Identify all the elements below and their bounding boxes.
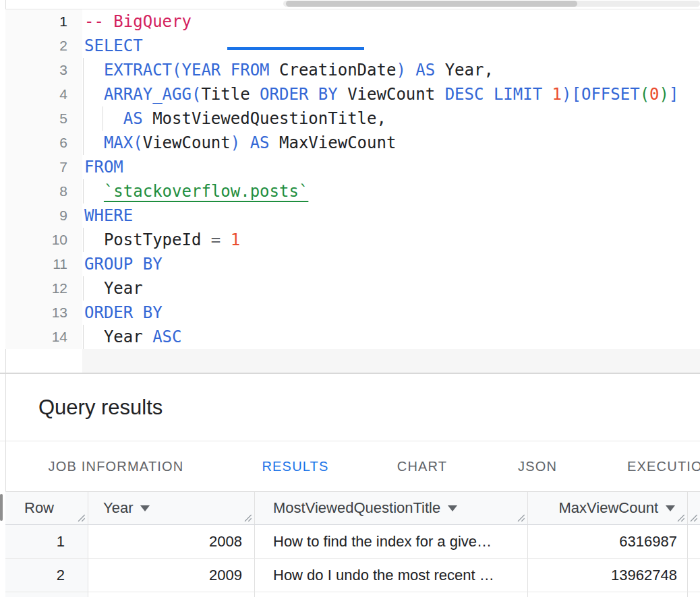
sql-token (84, 61, 104, 80)
code-line[interactable]: MAX(ViewCount) AS MaxViewCount (84, 131, 396, 155)
cell-max_view_count: 6316987 (528, 525, 688, 558)
sql-token-identifier: CreationDate (270, 61, 397, 80)
editor-horizontal-scrollbar-thumb[interactable] (286, 1, 577, 7)
results-tab-bar: JOB INFORMATIONRESULTSCHARTJSONEXECUTION… (0, 441, 700, 491)
indent-guide (83, 106, 84, 131)
cell-partial (528, 592, 688, 597)
sql-token-comment: -- BigQuery (84, 12, 192, 31)
sql-token-keyword: ) AS (231, 133, 270, 152)
results-table-header: RowYearMostViewedQuestionTitleMaxViewCou… (5, 492, 700, 525)
column-header-row[interactable]: Row (5, 492, 88, 524)
sql-token (84, 109, 123, 128)
code-line[interactable]: AS MostViewedQuestionTitle, (84, 106, 386, 131)
code-line[interactable]: ORDER BY (84, 301, 163, 325)
active-tab-indicator (227, 47, 364, 50)
column-menu-dropdown-icon[interactable] (448, 505, 457, 511)
column-header-mostviewedquestiontitle[interactable]: MostViewedQuestionTitle (255, 492, 528, 524)
column-resize-grip[interactable] (243, 513, 252, 522)
sql-token-identifier: MostViewedQuestionTitle, (143, 109, 386, 128)
sql-token-keyword: ORDER BY (84, 303, 163, 322)
sql-token-keyword: WHERE (84, 206, 133, 225)
sql-token-identifier: Year (104, 279, 143, 298)
indent-guide (83, 131, 84, 155)
column-header-year[interactable]: Year (88, 492, 255, 524)
sql-token-number: 0 (649, 85, 659, 104)
column-header-maxviewcount[interactable]: MaxViewCount (528, 492, 688, 524)
tab-job-information[interactable]: JOB INFORMATION (49, 441, 184, 491)
tab-execution-details[interactable]: EXECUTION DETAILS (627, 441, 700, 491)
sql-token-keyword: ARRAY_AGG( (104, 85, 202, 104)
column-menu-dropdown-icon[interactable] (140, 505, 150, 511)
column-resize-grip[interactable] (516, 513, 525, 522)
code-line[interactable]: SELECT (84, 34, 143, 58)
line-number: 13 (5, 301, 67, 325)
sql-token-keyword: ) AS (396, 61, 435, 80)
sql-token-keyword: FROM (84, 158, 123, 177)
code-line[interactable]: Year (84, 276, 143, 301)
column-resize-grip[interactable] (676, 513, 685, 522)
sql-token-identifier: ViewCount (143, 133, 231, 152)
sql-token-keyword: ] (669, 85, 678, 104)
column-header-label: MostViewedQuestionTitle (273, 499, 440, 517)
tab-json[interactable]: JSON (518, 441, 557, 491)
cell-max_view_count: 13962748 (528, 559, 688, 592)
tab-results[interactable]: RESULTS (262, 441, 328, 491)
sql-token-paren_green: ) (660, 85, 669, 104)
code-line[interactable]: -- BigQuery (84, 9, 192, 34)
line-number: 14 (5, 325, 67, 349)
code-line[interactable]: WHERE (84, 203, 133, 228)
code-line[interactable]: FROM (84, 155, 123, 179)
line-number: 10 (5, 228, 67, 252)
sql-token (84, 279, 104, 298)
sql-token-identifier: Year, (435, 61, 494, 80)
results-vertical-scrollbar-thumb[interactable] (0, 494, 3, 521)
indent-guide (83, 179, 84, 203)
sql-token-keyword: SELECT (84, 36, 143, 55)
code-line[interactable]: EXTRACT(YEAR FROM CreationDate) AS Year, (84, 58, 494, 82)
code-line[interactable]: GROUP BY (84, 252, 163, 276)
line-number: 7 (5, 155, 67, 179)
line-number: 11 (5, 252, 67, 276)
code-line[interactable]: Year ASC (84, 325, 182, 349)
editor-below-content-area (82, 349, 700, 373)
cell-year: 2008 (88, 525, 255, 558)
tab-chart[interactable]: CHART (397, 441, 448, 491)
column-resize-grip[interactable] (689, 513, 698, 522)
sql-token (84, 182, 104, 201)
sql-token-number: 1 (552, 85, 562, 104)
cell-stub (688, 525, 700, 558)
line-number: 6 (5, 131, 67, 155)
cell-title: How do I undo the most recent … (255, 559, 528, 592)
cell-year: 2009 (88, 559, 255, 592)
sql-token-identifier: PostTypeId (104, 230, 211, 249)
code-line[interactable]: ARRAY_AGG(Title ORDER BY ViewCount DESC … (84, 82, 678, 106)
cell-row: 1 (5, 525, 88, 558)
indent-guide (83, 325, 84, 349)
sql-token (84, 327, 104, 346)
sql-token-number: 1 (231, 230, 240, 249)
sql-token-paren_green: ( (640, 85, 649, 104)
sql-token-keyword: EXTRACT(YEAR FROM (104, 61, 270, 80)
code-line[interactable]: PostTypeId = 1 (84, 228, 240, 252)
cell-partial (5, 592, 88, 597)
sql-token-identifier: Year (104, 327, 152, 346)
cell-stub (688, 559, 700, 592)
column-resize-grip[interactable] (76, 513, 86, 522)
column-menu-dropdown-icon[interactable] (666, 505, 675, 511)
indent-guide (83, 276, 84, 301)
table-reference-link[interactable]: `stackoverflow.posts` (104, 182, 308, 201)
line-number: 5 (5, 106, 67, 131)
column-header-label: Row (24, 499, 54, 517)
line-number: 12 (5, 276, 67, 301)
code-line[interactable]: `stackoverflow.posts` (84, 179, 308, 203)
cell-partial (688, 592, 700, 597)
column-header-label: Year (103, 499, 133, 517)
indent-guide (83, 58, 84, 82)
column-header-stub (688, 492, 700, 524)
sql-token-identifier: Title (201, 85, 250, 104)
cell-title: How to find the index for a give… (255, 525, 528, 558)
sql-token (84, 230, 104, 249)
sql-token-keyword: GROUP BY (84, 255, 163, 274)
column-header-label: MaxViewCount (558, 499, 658, 517)
table-row: 22009How do I undo the most recent …1396… (5, 559, 700, 592)
